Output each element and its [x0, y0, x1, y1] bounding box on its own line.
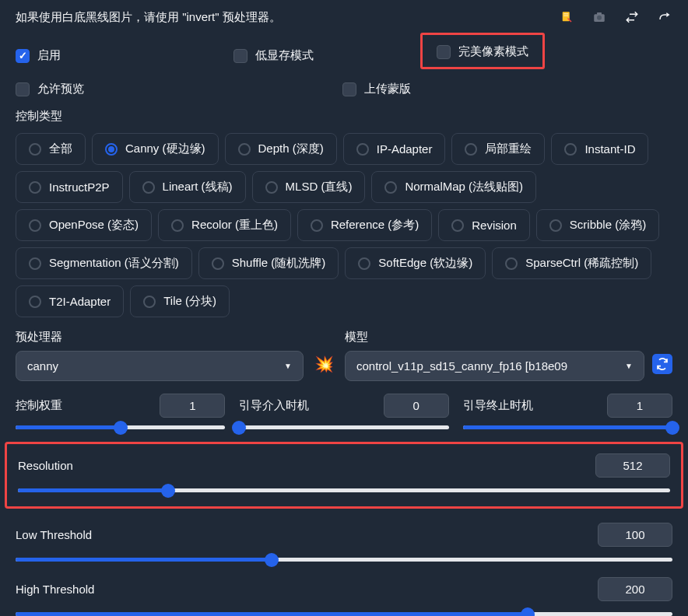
model-dropdown[interactable]: control_v11p_sd15_canny_fp16 [b18e09 ▼ [345, 351, 644, 381]
resolution-value[interactable]: 512 [595, 453, 670, 478]
control-type-radio[interactable]: IP-Adapter [343, 133, 446, 165]
guidance-end-label: 引导终止时机 [463, 398, 533, 413]
refresh-button[interactable] [652, 354, 672, 374]
uploadmask-checkbox[interactable] [342, 82, 356, 96]
allowpreview-checkbox[interactable] [16, 82, 30, 96]
control-type-radio[interactable]: Scribble (涂鸦) [536, 209, 659, 241]
guidance-end-value[interactable]: 1 [607, 394, 672, 418]
control-type-radio[interactable]: Revision [438, 209, 530, 241]
enable-checkbox[interactable] [16, 49, 30, 63]
low-threshold-slider[interactable] [16, 558, 672, 562]
document-icon[interactable] [559, 9, 574, 25]
radio-circle [505, 257, 518, 270]
control-type-radio[interactable]: SoftEdge (软边缘) [345, 247, 486, 279]
high-threshold-slider[interactable] [16, 612, 672, 616]
radio-circle [29, 296, 41, 308]
radio-circle [238, 143, 251, 156]
preprocessor-label: 预处理器 [16, 330, 304, 345]
control-weight-slider[interactable] [16, 425, 225, 429]
spark-icon[interactable]: 💥 [311, 355, 337, 373]
control-type-radio[interactable]: InstructP2P [16, 171, 123, 203]
low-threshold-value[interactable]: 100 [598, 523, 672, 547]
control-type-radio[interactable]: SparseCtrl (稀疏控制) [492, 247, 651, 279]
svg-rect-1 [563, 14, 568, 15]
resolution-slider[interactable] [18, 488, 670, 492]
radio-circle [171, 219, 184, 232]
control-type-radio[interactable]: Canny (硬边缘) [92, 133, 219, 165]
control-type-radio[interactable]: Tile (分块) [130, 285, 230, 317]
high-threshold-label: High Threshold [16, 583, 94, 596]
radio-label: Lineart (线稿) [163, 180, 233, 194]
control-type-radio[interactable]: MLSD (直线) [252, 171, 366, 203]
radio-label: Tile (分块) [163, 294, 216, 309]
swap-icon[interactable] [624, 9, 640, 25]
low-threshold-label: Low Threshold [16, 528, 92, 541]
control-type-radio[interactable]: Lineart (线稿) [129, 171, 246, 203]
radio-circle [265, 181, 278, 194]
allowpreview-label: 允许预览 [37, 82, 84, 96]
svg-rect-2 [563, 16, 568, 16]
pixelperfect-label: 完美像素模式 [458, 44, 528, 59]
preprocessor-dropdown[interactable]: canny ▼ [16, 351, 304, 381]
radio-circle [549, 219, 562, 232]
radio-label: Scribble (涂鸦) [570, 218, 646, 233]
radio-circle [29, 181, 41, 194]
radio-circle [465, 143, 477, 156]
allowpreview-checkbox-item: 允许预览 [16, 82, 342, 96]
guidance-end-slider[interactable] [463, 425, 672, 429]
control-type-radio[interactable]: Reference (参考) [297, 209, 432, 241]
control-type-radio[interactable]: T2I-Adapter [16, 285, 124, 317]
enable-checkbox-item: 启用 [16, 42, 233, 69]
uploadmask-checkbox-item: 上传蒙版 [342, 82, 411, 96]
radio-label: MLSD (直线) [286, 180, 353, 194]
resolution-highlight: Resolution 512 [5, 442, 683, 509]
arrow-icon[interactable] [657, 9, 672, 25]
high-threshold-value[interactable]: 200 [598, 577, 672, 601]
pixelperfect-checkbox-item: 完美像素模式 [437, 44, 528, 59]
radio-label: Recolor (重上色) [191, 218, 278, 233]
radio-label: Shuffle (随机洗牌) [232, 256, 326, 271]
control-weight-value[interactable]: 1 [160, 394, 225, 418]
control-type-radio[interactable]: 局部重绘 [451, 133, 545, 165]
control-type-radio[interactable]: OpenPose (姿态) [16, 209, 152, 241]
radio-circle [105, 143, 118, 156]
guidance-start-value[interactable]: 0 [384, 394, 449, 418]
control-type-radio[interactable]: Instant-ID [551, 133, 648, 165]
radio-circle [212, 257, 224, 270]
control-type-radio[interactable]: NormalMap (法线贴图) [371, 171, 536, 203]
radio-label: 局部重绘 [485, 142, 532, 156]
radio-circle [358, 257, 370, 270]
radio-circle [29, 257, 41, 270]
hint-text: 如果使用白底黑线图片，请使用 "invert" 预处理器。 [16, 10, 281, 25]
guidance-start-slider[interactable] [239, 425, 448, 429]
resolution-label: Resolution [18, 459, 73, 472]
control-type-radio[interactable]: Recolor (重上色) [158, 209, 291, 241]
svg-rect-5 [597, 12, 602, 15]
preprocessor-value: canny [27, 359, 58, 373]
chevron-down-icon: ▼ [625, 362, 633, 370]
camera-icon[interactable] [591, 9, 607, 25]
radio-label: Segmentation (语义分割) [49, 256, 179, 271]
control-type-radio[interactable]: Shuffle (随机洗牌) [198, 247, 339, 279]
radio-label: SparseCtrl (稀疏控制) [525, 256, 638, 271]
pixelperfect-checkbox[interactable] [437, 45, 451, 59]
control-type-radio[interactable]: 全部 [16, 133, 86, 165]
radio-circle [29, 219, 41, 232]
control-type-radio[interactable]: Segmentation (语义分割) [16, 247, 192, 279]
control-type-radio[interactable]: Depth (深度) [225, 133, 337, 165]
svg-point-4 [597, 16, 602, 20]
radio-circle [311, 219, 323, 232]
radio-label: Canny (硬边缘) [125, 142, 205, 156]
radio-circle [29, 143, 41, 156]
radio-circle [564, 143, 577, 156]
lowvram-checkbox[interactable] [233, 49, 247, 63]
model-value: control_v11p_sd15_canny_fp16 [b18e09 [356, 359, 567, 373]
model-label: 模型 [345, 330, 644, 345]
control-weight-label: 控制权重 [16, 398, 62, 413]
radio-label: InstructP2P [49, 180, 110, 194]
radio-circle [143, 296, 156, 308]
radio-circle [384, 181, 397, 194]
guidance-start-label: 引导介入时机 [239, 398, 309, 413]
radio-label: NormalMap (法线贴图) [405, 180, 523, 194]
radio-circle [356, 143, 369, 156]
